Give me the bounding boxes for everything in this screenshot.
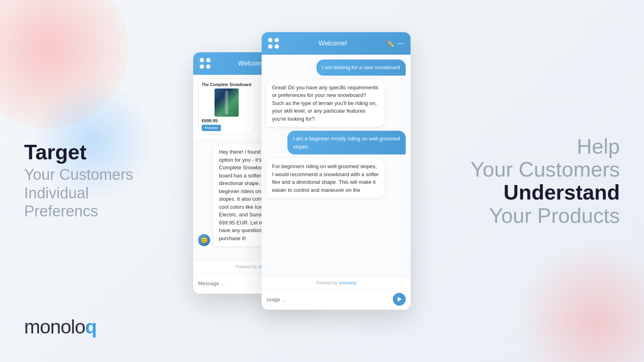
chat-title-front: Welcome! — [283, 40, 382, 47]
target-heading: Target — [24, 142, 177, 162]
chat-window-front: Welcome! ✏️ — I am looking for a new sno… — [262, 32, 411, 310]
bg-blob-pink2 — [515, 241, 644, 362]
bot-avatar-back: 😊 — [198, 234, 210, 246]
left-subtitle: Your Customers Individual Preferencs — [24, 166, 177, 221]
product-image-1 — [215, 88, 239, 117]
minimize-icon-front[interactable]: — — [398, 40, 404, 47]
chat-logo-front — [268, 38, 279, 49]
product-card-1: The Complete Snowboard €699.95 Preview — [198, 79, 255, 135]
product-price-1: €699.95 — [202, 118, 251, 123]
chat-input-front[interactable] — [266, 296, 390, 302]
left-text-section: Target Your Customers Individual Prefere… — [24, 142, 177, 221]
chat-windows-container: Welcome! ✏️ — The Complete Snowboard €69… — [181, 28, 463, 334]
logo-dot: q — [85, 316, 96, 337]
logo-text: monoloq — [24, 316, 97, 338]
right-text-section: Help Your Customers Understand Your Prod… — [467, 135, 620, 227]
understand-heading: Understand — [467, 181, 620, 204]
page-wrapper: Target Your Customers Individual Prefere… — [0, 0, 644, 362]
chat-messages-front: I am looking for a new snowboard Great! … — [262, 55, 411, 277]
preview-button-1[interactable]: Preview — [202, 125, 221, 131]
chat-logo-back — [200, 58, 211, 69]
powered-by-front: Powered by monoloq — [262, 277, 411, 288]
send-icon-front — [398, 297, 402, 302]
edit-icon-front[interactable]: ✏️ — [386, 40, 394, 47]
chat-header-front: Welcome! ✏️ — — [262, 32, 411, 55]
chat-input-area-front — [262, 288, 411, 310]
user-message-2: I am a beginner mostly riding on well gr… — [287, 131, 406, 154]
user-message-1: I am looking for a new snowboard — [316, 60, 406, 76]
powered-logo-front: monoloq — [339, 280, 356, 285]
chat-header-icons-front: ✏️ — — [386, 40, 404, 47]
product-name-1: The Complete Snowboard — [202, 82, 251, 87]
bg-blob-pink — [0, 0, 129, 129]
logo-area: monoloq — [24, 316, 97, 338]
help-heading: Help — [467, 135, 620, 158]
bot-message-2: For beginners riding on well-groomed slo… — [266, 158, 385, 198]
bot-message-1: Great! Do you have any specific requirem… — [266, 80, 385, 127]
send-button-front[interactable] — [393, 293, 406, 306]
your-products-heading: Your Products — [467, 204, 620, 227]
your-customers-heading: Your Customers — [467, 158, 620, 181]
